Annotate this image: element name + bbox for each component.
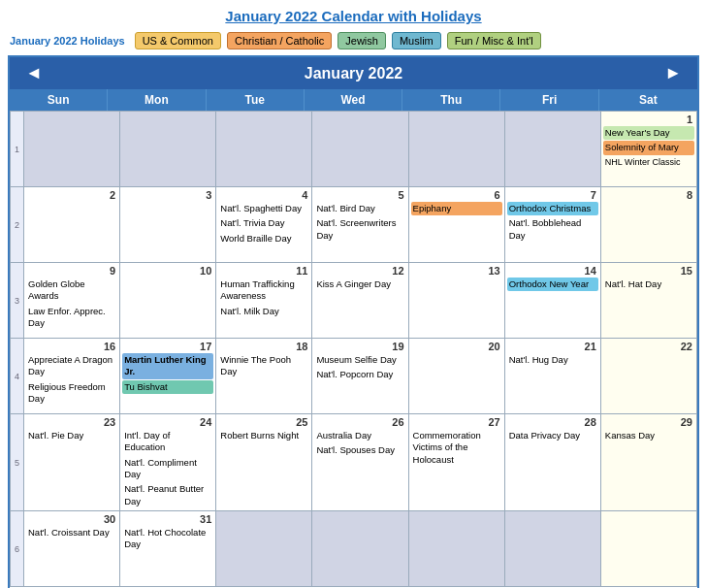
cell-jan14: 14 Orthodox New Year: [504, 263, 600, 339]
event-screenwriters: Nat'l. Screenwriters Day: [314, 216, 405, 243]
date-28: 28: [507, 416, 598, 428]
date-9: 9: [26, 265, 117, 277]
date-8: 8: [603, 189, 694, 201]
tag-us[interactable]: US & Common: [135, 32, 221, 49]
date-7: 7: [507, 189, 598, 201]
date-3: 3: [122, 189, 213, 201]
date-12: 12: [314, 265, 405, 277]
cell-jan11: 11 Human Trafficking Awareness Nat'l. Mi…: [216, 263, 312, 339]
event-tu-bishvat: Tu Bishvat: [122, 380, 213, 394]
week-row-5: 5 23 Nat'l. Pie Day 24 Int'l. Day of Edu…: [11, 414, 697, 511]
event-hot-choc: Nat'l. Hot Chocolate Day: [122, 526, 213, 552]
event-solemnity: Solemnity of Mary: [603, 141, 694, 154]
calendar-grid: 1 1 New Year's Day Solemnity of Mary NHL…: [10, 111, 697, 587]
date-21: 21: [507, 341, 598, 352]
page-title: January 2022 Calendar with Holidays: [0, 0, 707, 28]
date-14: 14: [507, 265, 598, 277]
cell-empty-fri1: [504, 112, 600, 187]
cell-empty-4: [504, 511, 600, 587]
event-kansas: Kansas Day: [603, 429, 694, 442]
date-26: 26: [314, 416, 405, 428]
event-croissant: Nat'l. Croissant Day: [26, 526, 117, 539]
week-num-2: 2: [11, 187, 24, 263]
date-10: 10: [122, 265, 213, 277]
date-23: 23: [26, 416, 117, 428]
cell-jan10: 10: [120, 263, 216, 339]
day-headers-row: Sun Mon Tue Wed Thu Fri Sat: [10, 89, 697, 111]
date-22: 22: [603, 341, 694, 352]
tag-christian[interactable]: Christian / Catholic: [227, 32, 332, 49]
cell-jan8: 8: [600, 187, 696, 263]
calendar-container: ◄ January 2022 ► Sun Mon Tue Wed Thu Fri…: [8, 55, 699, 588]
cell-empty-tue1: [216, 112, 312, 187]
cell-empty-wed1: [312, 112, 408, 187]
cell-jan30: 30 Nat'l. Croissant Day: [24, 511, 120, 587]
cell-jan9: 9 Golden Globe Awards Law Enfor. Apprec.…: [24, 263, 120, 339]
tag-jewish[interactable]: Jewish: [337, 32, 386, 49]
event-intl-education: Int'l. Day of Education: [122, 429, 213, 455]
cell-jan7: 7 Orthodox Christmas Nat'l. Bobblehead D…: [504, 187, 600, 263]
prev-month-button[interactable]: ◄: [21, 63, 47, 83]
cell-jan6: 6 Epiphany: [408, 187, 504, 263]
week-num-3: 3: [11, 263, 24, 339]
event-dragon: Appreciate A Dragon Day: [26, 353, 117, 379]
cell-jan23: 23 Nat'l. Pie Day: [24, 414, 120, 511]
cell-jan26: 26 Australia Day Nat'l. Spouses Day: [312, 414, 408, 511]
cell-jan24: 24 Int'l. Day of Education Nat'l. Compli…: [120, 414, 216, 511]
event-braille: World Braille Day: [218, 232, 309, 245]
day-header-sat: Sat: [599, 89, 697, 111]
date-18: 18: [218, 341, 309, 352]
date-11: 11: [218, 265, 309, 277]
date-15: 15: [603, 265, 694, 277]
event-kiss-ginger: Kiss A Ginger Day: [314, 278, 405, 291]
cell-jan28: 28 Data Privacy Day: [504, 414, 600, 511]
event-golden-globe: Golden Globe Awards: [26, 278, 117, 304]
tag-muslim[interactable]: Muslim: [392, 32, 441, 49]
event-museum-selfie: Museum Selfie Day: [314, 353, 405, 367]
week-num-5: 5: [11, 414, 24, 511]
date-19: 19: [314, 341, 405, 352]
event-pie-day: Nat'l. Pie Day: [26, 429, 117, 442]
event-popcorn: Nat'l. Popcorn Day: [314, 368, 405, 381]
date-13: 13: [411, 265, 502, 277]
day-header-sun: Sun: [10, 89, 108, 111]
date-31: 31: [122, 513, 213, 525]
week-num-4: 4: [11, 339, 24, 414]
cell-empty-1: [216, 511, 312, 587]
week-row-2: 2 2 3 4 Nat'l. Spaghetti Day Nat'l. Triv…: [11, 187, 697, 263]
day-header-wed: Wed: [305, 89, 402, 111]
cell-jan21: 21 Nat'l. Hug Day: [504, 339, 600, 414]
cell-jan27: 27 Commemoration Victims of the Holocaus…: [408, 414, 504, 511]
event-holocaust: Commemoration Victims of the Holocaust: [411, 429, 502, 467]
legend-label: January 2022 Holidays: [10, 35, 125, 47]
week-num-1: 1: [11, 112, 24, 187]
cell-jan17: 17 Martin Luther King Jr. Tu Bishvat: [120, 339, 216, 414]
event-nhlwinter: NHL Winter Classic: [603, 156, 694, 170]
cell-empty-mon1: [120, 112, 216, 187]
cell-jan18: 18 Winnie The Pooh Day: [216, 339, 312, 414]
event-data-privacy: Data Privacy Day: [507, 429, 598, 442]
day-header-fri: Fri: [500, 89, 598, 111]
event-bird: Nat'l. Bird Day: [314, 202, 405, 215]
calendar-header: ◄ January 2022 ►: [10, 57, 697, 89]
event-hug-day: Nat'l. Hug Day: [507, 353, 598, 367]
day-header-mon: Mon: [108, 89, 206, 111]
event-trivia: Nat'l. Trivia Day: [218, 216, 309, 230]
tag-fun[interactable]: Fun / Misc & Int'l: [447, 32, 541, 49]
date-1: 1: [603, 114, 694, 125]
day-header-thu: Thu: [402, 89, 500, 111]
week-row-3: 3 9 Golden Globe Awards Law Enfor. Appre…: [11, 263, 697, 339]
next-month-button[interactable]: ►: [660, 63, 686, 83]
event-spaghetti: Nat'l. Spaghetti Day: [218, 202, 309, 215]
cell-empty-sun1: [24, 112, 120, 187]
event-epiphany: Epiphany: [411, 202, 502, 215]
cell-jan5: 5 Nat'l. Bird Day Nat'l. Screenwriters D…: [312, 187, 408, 263]
legend-row: January 2022 Holidays US & Common Christ…: [0, 28, 707, 55]
event-spouses-day: Nat'l. Spouses Day: [314, 443, 405, 457]
week-row-4: 4 16 Appreciate A Dragon Day Religious F…: [11, 339, 697, 414]
event-compliment: Nat'l. Compliment Day: [122, 456, 213, 482]
cell-jan12: 12 Kiss A Ginger Day: [312, 263, 408, 339]
date-5: 5: [314, 189, 405, 201]
event-australia-day: Australia Day: [314, 429, 405, 442]
event-pooh: Winnie The Pooh Day: [218, 353, 309, 379]
